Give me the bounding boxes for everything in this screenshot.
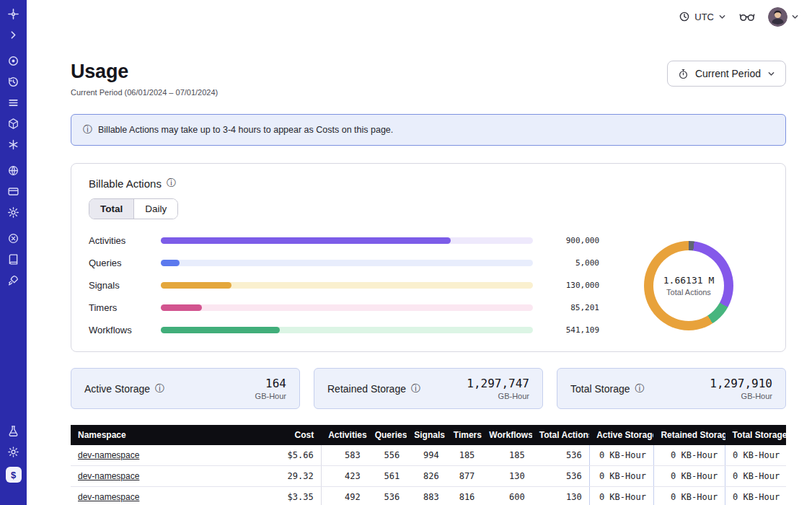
table-cell: 816 [446,487,482,505]
support-icon[interactable] [7,232,19,245]
period-select-button[interactable]: Current Period [667,61,786,87]
table-cell: 0 KB-Hour [653,445,725,466]
table-cell: 0 KB-Hour [725,466,786,487]
namespace-link[interactable]: dev-namespace [78,492,139,502]
namespace-link[interactable]: dev-namespace [78,450,139,460]
table-cell: dev-namespace [71,466,271,487]
billing-icon[interactable] [7,185,19,198]
stat-value-group: 1,297,910GB-Hour [710,377,772,400]
usage-bars: Activities900,000Queries5,000Signals130,… [89,235,599,335]
stat-value-group: 1,297,747GB-Hour [467,377,529,400]
usage-bar-label: Workflows [89,325,152,335]
queues-icon[interactable] [7,97,19,109]
usage-bar-track [161,282,533,289]
table-cell: 600 [482,487,531,505]
billable-tabs: Total Daily [89,198,178,219]
table-cell: 0 KB-Hour [653,487,725,505]
info-icon[interactable]: ⓘ [155,382,164,395]
column-header: Queries [368,425,407,445]
usage-dollar-icon[interactable]: $ [6,467,22,483]
stat-value-group: 164GB-Hour [255,377,286,400]
usage-bar-row: Timers85,201 [89,302,599,313]
usage-bar-row: Workflows541,109 [89,325,599,335]
usage-bar-fill [161,304,202,311]
feedback-icon[interactable] [7,274,19,286]
table-cell: $3.35 [271,487,321,505]
theme-icon[interactable] [7,446,19,458]
table-cell: 0 KB-Hour [653,466,725,487]
billable-actions-title: Billable Actions [89,177,162,190]
schedules-icon[interactable] [7,139,19,151]
usage-bar-label: Activities [89,235,152,246]
info-icon[interactable]: ⓘ [635,382,645,395]
timezone-selector[interactable]: UTC [679,11,726,22]
namespace-link[interactable]: dev-namespace [78,471,139,481]
table-cell: 185 [446,445,482,466]
namespaces-icon[interactable] [7,55,19,67]
stat-label: Total Storageⓘ [570,382,645,395]
usage-bar-value: 900,000 [542,236,599,245]
donut-center: 1.66131 M Total Actions [644,241,733,330]
usage-bar-label: Timers [89,302,152,313]
lab-flask-icon[interactable] [7,425,19,437]
info-icon[interactable]: ⓘ [167,177,176,190]
table-cell: 994 [407,445,446,466]
table-cell: 561 [368,466,407,487]
stat-label-text: Active Storage [84,383,150,395]
stat-unit: GB-Hour [467,392,529,400]
info-icon: ⓘ [83,123,92,136]
tab-total[interactable]: Total [89,199,134,219]
storage-stats: Active Storageⓘ164GB-HourRetained Storag… [71,368,786,409]
table-row: dev-namespace$3.354925368838166001300 KB… [71,487,786,505]
stat-card: Retained Storageⓘ1,297,747GB-Hour [314,368,543,409]
app-logo-icon[interactable] [7,8,19,20]
tab-daily[interactable]: Daily [134,199,177,219]
column-header: Signals [407,425,446,445]
main-area: UTC Usage Current Period (06/01/2024 – 0… [27,0,812,505]
table-cell: dev-namespace [71,445,271,466]
table-cell: 877 [446,466,482,487]
stat-value: 1,297,747 [467,377,529,390]
column-header: Retained Storage [653,425,725,445]
stat-label-text: Retained Storage [327,383,406,395]
stat-label-text: Total Storage [570,383,630,395]
info-icon[interactable]: ⓘ [411,382,420,395]
stat-unit: GB-Hour [255,392,286,400]
namespace-table: NamespaceCostActivitiesQueriesSignalsTim… [71,425,786,505]
table-cell: 130 [482,466,531,487]
stopwatch-icon [678,69,689,79]
stat-label: Retained Storageⓘ [327,382,420,395]
settings-icon[interactable] [7,206,19,219]
usage-bar-fill [161,237,451,244]
collapse-sidebar-icon[interactable] [7,29,19,41]
usage-bar-value: 541,109 [542,325,599,335]
avatar [768,7,787,27]
goggles-icon[interactable] [739,12,755,22]
topbar: UTC [27,0,812,33]
history-icon[interactable] [7,76,19,88]
clock-icon [679,11,690,22]
period-select-label: Current Period [695,68,761,79]
usage-bar-value: 5,000 [542,258,599,268]
globe-icon[interactable] [7,164,19,177]
deployments-icon[interactable] [7,118,19,130]
table-cell: 536 [532,466,589,487]
table-cell: 583 [321,445,367,466]
sidebar-group [7,55,19,151]
chevron-down-icon [718,13,726,21]
column-header: Workflows [482,425,531,445]
sidebar: $ [0,0,27,505]
table-cell: 185 [482,445,531,466]
table-cell: 0 KB-Hour [589,487,653,505]
table-cell: 130 [532,487,589,505]
table-cell: 0 KB-Hour [589,445,653,466]
usage-bar-track [161,304,533,311]
stat-card: Active Storageⓘ164GB-Hour [71,368,300,409]
stat-unit: GB-Hour [710,392,772,400]
table-cell: 0 KB-Hour [725,445,786,466]
user-menu[interactable] [768,7,799,27]
usage-bar-track [161,237,533,244]
docs-icon[interactable] [7,253,19,265]
usage-bar-row: Signals130,000 [89,280,599,291]
table-cell: 0 KB-Hour [589,466,653,487]
